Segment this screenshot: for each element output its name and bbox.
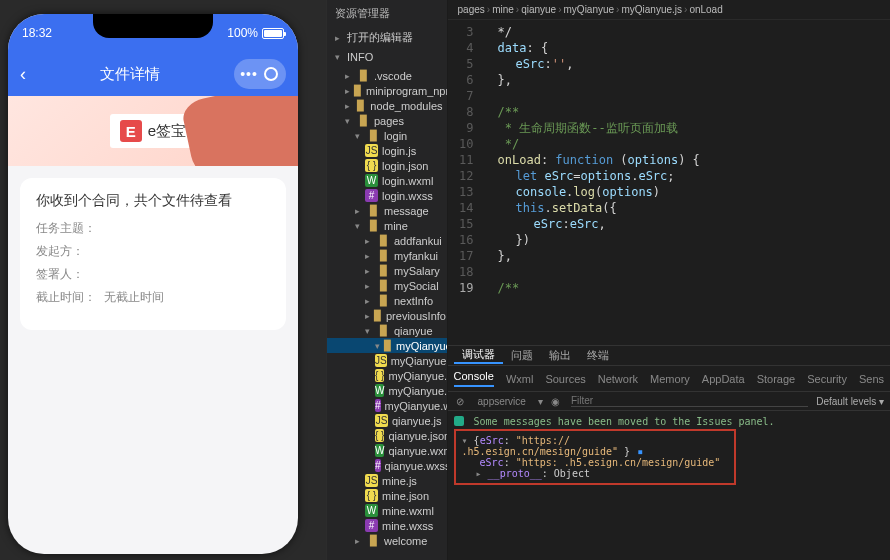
code-line[interactable] [480, 88, 700, 104]
code-line[interactable]: eSrc:eSrc, [480, 216, 700, 232]
tree-item[interactable]: ▸▉welcome [327, 533, 447, 548]
open-editors-section[interactable]: ▸ 打开的编辑器 [327, 27, 447, 48]
code-line[interactable]: */ [480, 24, 700, 40]
tree-item[interactable]: #mine.wxss [327, 518, 447, 533]
tree-item-label: qianyue.js [392, 415, 442, 427]
tree-item[interactable]: ▸▉addfankui [327, 233, 447, 248]
tree-item[interactable]: Wlogin.wxml [327, 173, 447, 188]
tree-item[interactable]: JSmine.js [327, 473, 447, 488]
devtools-tab[interactable]: Memory [650, 373, 690, 385]
tree-item[interactable]: { }qianyue.json [327, 428, 447, 443]
tree-item[interactable]: ▸▉.vscode [327, 68, 447, 83]
tree-item-label: mine.js [382, 475, 417, 487]
line-number: 18 [448, 264, 474, 280]
tree-item-label: mine.wxss [382, 520, 433, 532]
devtools-tab[interactable]: AppData [702, 373, 745, 385]
info-dot-icon[interactable]: ▪ [636, 446, 644, 457]
code-line[interactable] [480, 264, 700, 280]
tree-item[interactable]: WmyQianyue.wxml [327, 383, 447, 398]
panel-tab[interactable]: 输出 [541, 348, 579, 363]
tree-item[interactable]: { }myQianyue.json [327, 368, 447, 383]
tree-item[interactable]: #myQianyue.wxss [327, 398, 447, 413]
tree-item-label: addfankui [394, 235, 442, 247]
breadcrumb-segment[interactable]: qianyue [521, 4, 556, 15]
code-line[interactable]: console.log(options) [480, 184, 700, 200]
devtools-tab[interactable]: Sources [545, 373, 585, 385]
tree-item[interactable]: ▾▉myQianyue [327, 338, 447, 353]
code-line[interactable]: data: { [480, 40, 700, 56]
breadcrumb-segment[interactable]: onLoad [689, 4, 722, 15]
console-log-highlight: ▾ {eSrc: "https:// .h5.esign.cn/mesign/g… [454, 429, 736, 485]
capsule-menu-icon[interactable]: ••• [238, 63, 260, 85]
disclosure-triangle-icon[interactable]: ▾ [462, 435, 468, 446]
chevron-down-icon[interactable]: ▾ [538, 396, 543, 407]
file-icon: { } [365, 489, 378, 502]
tree-item[interactable]: JSmyQianyue.js [327, 353, 447, 368]
tree-item[interactable]: Wmine.wxml [327, 503, 447, 518]
tree-item[interactable]: Wqianyue.wxml [327, 443, 447, 458]
eye-icon[interactable]: ◉ [551, 396, 563, 407]
code-lines[interactable]: */data: {eSrc:'',},/** * 生命周期函数--监听页面加载 … [480, 20, 700, 345]
code-line[interactable]: }, [480, 72, 700, 88]
tree-item[interactable]: ▸▉previousInfo [327, 308, 447, 323]
card-row-value: 无截止时间 [104, 289, 164, 306]
tree-item[interactable]: ▾▉mine [327, 218, 447, 233]
tree-item[interactable]: ▸▉mySalary [327, 263, 447, 278]
tree-item[interactable]: { }mine.json [327, 488, 447, 503]
breadcrumb-segment[interactable]: mine [492, 4, 514, 15]
card-row-label: 任务主题： [36, 220, 104, 237]
tree-item[interactable]: ▾▉qianyue [327, 323, 447, 338]
tree-item[interactable]: ▸▉myfankui [327, 248, 447, 263]
breadcrumb-segment[interactable]: myQianyue [564, 4, 615, 15]
code-line[interactable]: this.setData({ [480, 200, 700, 216]
info-section[interactable]: ▾ INFO [327, 48, 447, 66]
code-line[interactable]: onLoad: function (options) { [480, 152, 700, 168]
disclosure-triangle-icon[interactable]: ▸ [476, 468, 482, 479]
panel-tab[interactable]: 问题 [503, 348, 541, 363]
code-line[interactable]: }, [480, 248, 700, 264]
tree-item[interactable]: ▾▉pages [327, 113, 447, 128]
devtools-tab[interactable]: Network [598, 373, 638, 385]
code-editor[interactable]: 345678910111213141516171819 */data: {eSr… [448, 20, 890, 345]
ban-icon[interactable]: ⊘ [454, 396, 466, 407]
tree-item[interactable]: #qianyue.wxss [327, 458, 447, 473]
tree-item[interactable]: JSlogin.js [327, 143, 447, 158]
tree-item[interactable]: #login.wxss [327, 188, 447, 203]
devtools-tab[interactable]: Wxml [506, 373, 534, 385]
breadcrumb-segment[interactable]: myQianyue.js [621, 4, 682, 15]
code-line[interactable]: * 生命周期函数--监听页面加载 [480, 120, 700, 136]
panel-tab[interactable]: 调试器 [454, 347, 503, 364]
filter-input[interactable] [571, 395, 808, 407]
levels-dropdown[interactable]: Default levels ▾ [816, 396, 884, 407]
tree-item[interactable]: JSqianyue.js [327, 413, 447, 428]
line-number: 16 [448, 232, 474, 248]
tree-item[interactable]: ▸▉nextInfo [327, 293, 447, 308]
proto-label: __proto__ [488, 468, 542, 479]
code-line[interactable]: /** [480, 280, 700, 296]
devtools-tab[interactable]: Storage [757, 373, 796, 385]
devtools-tab[interactable]: Security [807, 373, 847, 385]
code-line[interactable]: /** [480, 104, 700, 120]
folder-icon: ▉ [384, 339, 392, 352]
devtools-tab[interactable]: Sens [859, 373, 884, 385]
console-body[interactable]: Some messages have been moved to the Iss… [448, 411, 890, 560]
tree-item[interactable]: ▸▉mySocial [327, 278, 447, 293]
tree-item[interactable]: ▸▉node_modules [327, 98, 447, 113]
code-line[interactable]: eSrc:'', [480, 56, 700, 72]
tree-item[interactable]: { }login.json [327, 158, 447, 173]
capsule-close-icon[interactable] [260, 63, 282, 85]
code-line[interactable]: }) [480, 232, 700, 248]
breadcrumb-segment[interactable]: pages [458, 4, 485, 15]
breadcrumbs[interactable]: pages › mine › qianyue › myQianyue › myQ… [448, 0, 890, 20]
tree-item[interactable]: ▾▉login [327, 128, 447, 143]
context-dropdown[interactable]: appservice [474, 396, 530, 407]
panel-tab[interactable]: 终端 [579, 348, 617, 363]
chevron-right-icon: › [516, 4, 519, 15]
devtools-tab[interactable]: Console [454, 370, 494, 387]
line-number: 17 [448, 248, 474, 264]
tree-item[interactable]: ▸▉message [327, 203, 447, 218]
tree-item[interactable]: ▸▉miniprogram_npm [327, 83, 447, 98]
code-line[interactable]: let eSrc=options.eSrc; [480, 168, 700, 184]
miniprogram-capsule[interactable]: ••• [234, 59, 286, 89]
code-line[interactable]: */ [480, 136, 700, 152]
